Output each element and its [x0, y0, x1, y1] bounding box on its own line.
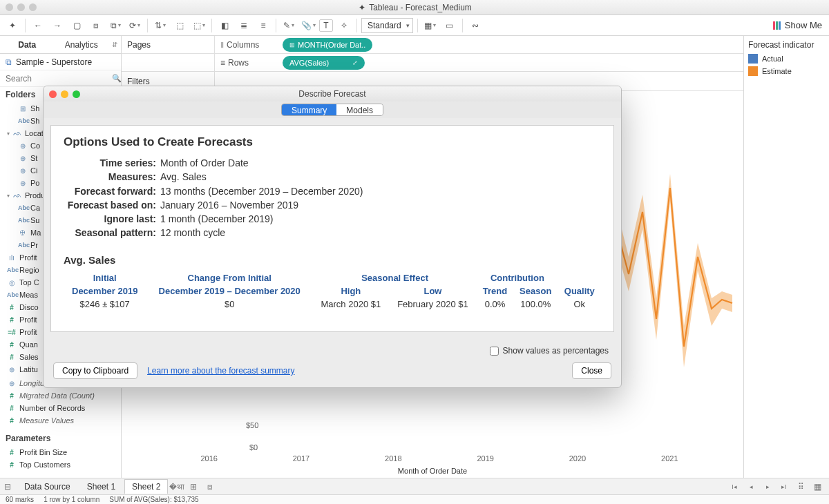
tab-swap-icon[interactable]: ⇵ [108, 36, 121, 53]
pages-shelf[interactable]: Pages [122, 36, 215, 53]
new-datasource-icon[interactable]: ⧈ [88, 18, 104, 33]
last-sheet-icon[interactable]: ▸I [776, 480, 792, 494]
tab-data-source[interactable]: Data Source [17, 479, 78, 494]
x-tick: 2021 [661, 454, 678, 463]
y-tick-0: $0 [249, 443, 738, 452]
next-sheet-icon[interactable]: ▸ [760, 480, 775, 494]
new-worksheet-icon[interactable]: �था [169, 480, 184, 494]
datasource-icon: ⧉ [6, 57, 12, 67]
set-icon: ◎ [7, 279, 17, 287]
search-icon[interactable]: 🔍 [112, 74, 122, 83]
x-tick: 2018 [385, 454, 401, 463]
table-cell: $246 ± $107 [64, 298, 146, 311]
sheet-tab-bar: ⊟ Data Source Sheet 1 Sheet 2 �था ⊞ ⧈ I◂… [0, 478, 829, 494]
table-sub-header: High [313, 284, 389, 298]
show-me-icon [773, 21, 781, 30]
learn-more-link[interactable]: Learn more about the forecast summary [147, 366, 294, 376]
table-group-header [558, 271, 601, 284]
tab-sheet-1[interactable]: Sheet 1 [79, 479, 123, 494]
legend-card: Forecast indicator ActualEstimate [743, 36, 829, 478]
new-sheet-icon[interactable]: ⧉ [107, 18, 124, 33]
datasource-tab-icon: ⊟ [4, 482, 11, 492]
pill-menu-icon[interactable]: ⤢ [352, 59, 358, 66]
presentation-icon[interactable]: ▭ [441, 18, 458, 33]
dialog-max-icon[interactable] [73, 90, 80, 98]
table-cell: 0.0% [477, 298, 513, 311]
show-me-button[interactable]: Show Me [773, 20, 822, 30]
hash-icon: # [7, 417, 17, 425]
back-icon[interactable]: ← [30, 18, 46, 33]
field-row[interactable]: #Measure Values [0, 414, 121, 427]
prev-sheet-icon[interactable]: ◂ [743, 480, 759, 494]
copy-button[interactable]: Copy to Clipboard [53, 362, 137, 379]
new-dashboard-icon[interactable]: ⊞ [186, 480, 201, 494]
traffic-max[interactable] [29, 3, 37, 11]
tab-sheet-2[interactable]: Sheet 2 [124, 479, 168, 494]
show-sheets-icon[interactable]: ⠿ [793, 480, 808, 494]
save-icon[interactable]: ▢ [68, 18, 85, 33]
new-story-icon[interactable]: ⧈ [202, 480, 218, 494]
table-sub-header: Low [389, 284, 477, 298]
cards-icon[interactable]: ▦ [422, 18, 439, 33]
tableau-logo-icon[interactable]: ✦ [4, 18, 21, 33]
forecast-chart [608, 119, 746, 436]
datasource-row[interactable]: ⧉ Sample - Superstore [0, 54, 121, 70]
sheet-sorter-icon[interactable]: ▦ [810, 480, 825, 494]
table-cell: $0 [146, 298, 313, 311]
share-icon[interactable]: ∾ [467, 18, 484, 33]
group-icon[interactable]: ◧ [216, 18, 233, 33]
tab-analytics[interactable]: Analytics [55, 36, 109, 53]
measure-heading: Avg. Sales [64, 254, 601, 266]
tab-data[interactable]: Data [0, 36, 55, 53]
sort-desc-icon[interactable]: ⬚ [191, 18, 207, 33]
refresh-icon[interactable]: ⟳ [126, 18, 143, 33]
search-input[interactable] [3, 74, 109, 84]
traffic-min[interactable] [17, 3, 25, 11]
hash-icon: # [7, 304, 17, 311]
field-row[interactable]: #Migrated Data (Count) [0, 389, 121, 402]
window-title: Tableau - Forecast_Medium [369, 3, 472, 12]
close-button[interactable]: Close [572, 362, 611, 379]
param-row[interactable]: #Profit Bin Size [0, 446, 121, 458]
option-row: Forecast based on:January 2016 – Novembe… [64, 198, 601, 212]
status-rc: 1 row by 1 column [44, 496, 99, 503]
sort-asc-icon[interactable]: ⬚ [171, 18, 188, 33]
table-cell: March 2020 $1 [313, 298, 389, 311]
table-group-header: Change From Initial [146, 271, 313, 284]
status-sum: SUM of AVG(Sales): $13,735 [109, 496, 198, 503]
percent-checkbox[interactable] [490, 347, 499, 356]
first-sheet-icon[interactable]: I◂ [727, 480, 742, 494]
tab-summary[interactable]: Summary [282, 104, 336, 115]
table-group-header: Seasonal Effect [313, 271, 477, 284]
hash-icon: # [7, 449, 17, 456]
columns-pill[interactable]: ⊞MONTH(Order Dat.. [283, 38, 372, 52]
dialog-min-icon[interactable] [61, 90, 68, 98]
param-row[interactable]: #Top Customers [0, 458, 121, 471]
option-row: Time series:Month of Order Date [64, 156, 601, 170]
fit-selector[interactable]: Standard [361, 18, 413, 33]
hash-icon: # [7, 405, 17, 412]
highlight-icon[interactable]: ✎ [280, 18, 297, 33]
abc-icon[interactable]: ≡ [255, 18, 271, 33]
dialog-close-icon[interactable] [49, 90, 57, 98]
forward-icon[interactable]: → [49, 18, 66, 33]
hash-icon: # [7, 392, 17, 400]
abc-icon: Abc [7, 291, 17, 298]
table-cell: Ok [558, 298, 601, 311]
tab-models[interactable]: Models [336, 104, 383, 115]
option-row: Ignore last:1 month (December 2019) [64, 212, 601, 226]
x-tick: 2017 [293, 454, 309, 463]
abc-icon: Abc [18, 217, 28, 224]
field-row[interactable]: #Number of Records [0, 402, 121, 414]
legend-item[interactable]: Actual [748, 52, 825, 65]
text-icon[interactable]: T [319, 19, 333, 32]
totals-icon[interactable]: ≣ [236, 18, 252, 33]
traffic-close[interactable] [6, 3, 13, 11]
table-group-header: Initial [64, 271, 146, 284]
star-icon[interactable]: ✧ [336, 18, 352, 33]
swap-icon[interactable]: ⇅ [152, 18, 169, 33]
legend-item[interactable]: Estimate [748, 65, 825, 77]
pin-icon[interactable]: 📎 [300, 18, 316, 33]
legend-title: Forecast indicator [748, 40, 825, 50]
rows-pill[interactable]: AVG(Sales)⤢ [283, 56, 365, 70]
